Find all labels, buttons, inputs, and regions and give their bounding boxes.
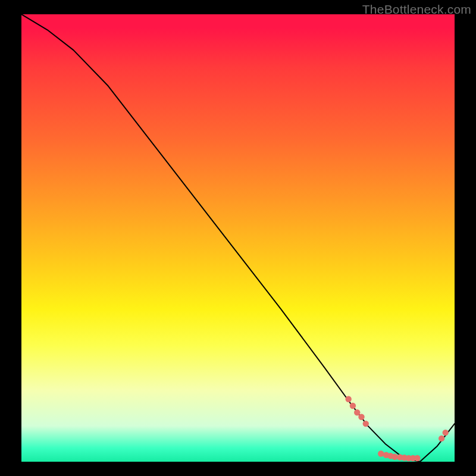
- attribution-text: TheBottleneck.com: [362, 2, 471, 17]
- marker-group: [345, 396, 448, 462]
- data-marker: [354, 409, 360, 415]
- chart-stage: TheBottleneck.com: [0, 0, 476, 476]
- data-marker: [443, 430, 449, 436]
- data-marker: [350, 403, 356, 409]
- data-marker: [345, 396, 351, 402]
- plot-area: [21, 14, 455, 462]
- data-marker: [378, 450, 384, 456]
- data-marker: [439, 436, 444, 441]
- data-marker: [358, 414, 364, 420]
- data-marker: [363, 421, 369, 427]
- chart-svg: [21, 14, 455, 462]
- bottleneck-curve: [21, 14, 455, 462]
- data-marker: [414, 455, 420, 461]
